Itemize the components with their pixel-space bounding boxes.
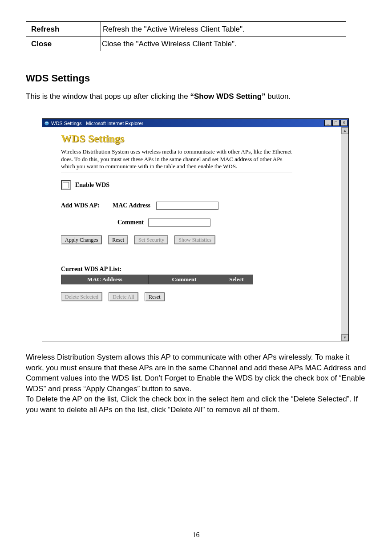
page-number: 16 [0, 531, 392, 539]
enable-wds-checkbox[interactable] [61, 180, 71, 190]
section-heading: WDS Settings [26, 73, 369, 84]
close-button[interactable]: × [340, 120, 348, 126]
scrollbar[interactable]: ▲ ▼ [341, 127, 348, 341]
delete-all-button[interactable]: Delete All [109, 292, 138, 301]
ie-window: WDS Settings - Microsoft Internet Explor… [42, 118, 349, 341]
reset-list-button[interactable]: Reset [145, 292, 165, 301]
svg-point-0 [44, 121, 49, 126]
page-description: Wireless Distribution System uses wirele… [61, 148, 297, 170]
scroll-up-icon[interactable]: ▲ [341, 127, 348, 134]
delete-selected-button[interactable]: Delete Selected [61, 292, 102, 301]
mac-address-input[interactable] [156, 202, 218, 210]
row-desc: Refresh the "Active Wireless Client Tabl… [101, 22, 347, 37]
col-comment: Comment [149, 275, 220, 284]
definition-table: Refresh Refresh the "Active Wireless Cli… [26, 21, 346, 51]
col-select: Select [220, 275, 253, 284]
apply-changes-button[interactable]: Apply Changes [61, 235, 102, 244]
row-desc: Close the "Active Wireless Client Table"… [101, 37, 347, 52]
body-paragraph-1: Wireless Distribution System allows this… [26, 352, 369, 394]
reset-button[interactable]: Reset [108, 235, 128, 244]
add-wds-label: Add WDS AP: [61, 202, 110, 209]
mac-address-label: MAC Address [113, 202, 154, 209]
ie-icon [44, 120, 50, 126]
row-label: Refresh [26, 22, 101, 37]
page-title: WDS Settings [61, 133, 332, 145]
col-mac-address: MAC Address [61, 275, 149, 284]
intro-bold: “Show WDS Setting” [190, 92, 265, 101]
ap-list-title: Current WDS AP List: [61, 266, 332, 273]
divider [61, 173, 292, 173]
scroll-down-icon[interactable]: ▼ [341, 334, 348, 341]
set-security-button[interactable]: Set Security [134, 235, 168, 244]
minimize-button[interactable]: _ [324, 120, 331, 126]
show-statistics-button[interactable]: Show Statistics [174, 235, 215, 244]
intro-pre: This is the window that pops up after cl… [26, 92, 190, 101]
window-title: WDS Settings - Microsoft Internet Explor… [51, 121, 324, 126]
comment-label: Comment [113, 219, 144, 226]
intro-paragraph: This is the window that pops up after cl… [26, 91, 369, 101]
comment-input[interactable] [148, 219, 210, 227]
body-paragraph-2: To Delete the AP on the list, Click the … [26, 394, 369, 415]
intro-post: button. [266, 92, 291, 101]
row-label: Close [26, 37, 101, 52]
ie-content: WDS Settings Wireless Distribution Syste… [42, 127, 341, 341]
enable-wds-label: Enable WDS [75, 182, 109, 189]
maximize-button[interactable]: □ [332, 120, 339, 126]
titlebar: WDS Settings - Microsoft Internet Explor… [42, 119, 348, 127]
ap-list-header: MAC Address Comment Select [61, 275, 253, 284]
